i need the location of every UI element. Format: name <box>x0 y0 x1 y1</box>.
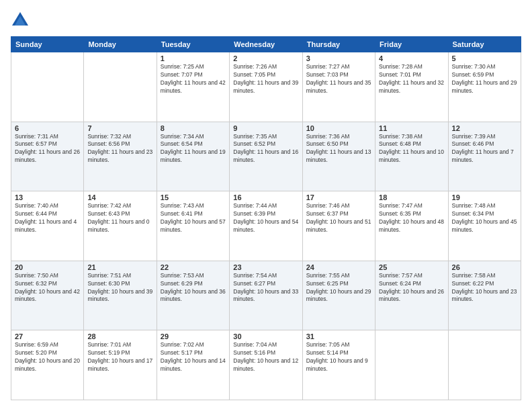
calendar-cell: 3Sunrise: 7:27 AM Sunset: 7:03 PM Daylig… <box>302 52 375 122</box>
calendar-cell <box>84 52 157 122</box>
cell-content: Sunrise: 7:40 AM Sunset: 6:44 PM Dayligh… <box>15 202 80 234</box>
calendar-cell <box>448 330 521 400</box>
day-number: 4 <box>379 54 444 62</box>
day-number: 26 <box>452 263 517 271</box>
day-number: 20 <box>15 263 80 271</box>
cell-content: Sunrise: 7:44 AM Sunset: 6:39 PM Dayligh… <box>233 202 298 234</box>
day-number: 31 <box>306 332 371 340</box>
day-number: 10 <box>306 124 371 132</box>
calendar-cell: 10Sunrise: 7:36 AM Sunset: 6:50 PM Dayli… <box>302 122 375 191</box>
cell-content: Sunrise: 7:31 AM Sunset: 6:57 PM Dayligh… <box>15 133 80 165</box>
cell-content: Sunrise: 7:42 AM Sunset: 6:43 PM Dayligh… <box>87 202 152 234</box>
calendar-cell: 29Sunrise: 7:02 AM Sunset: 5:17 PM Dayli… <box>157 330 229 400</box>
header <box>11 11 521 30</box>
calendar-cell: 7Sunrise: 7:32 AM Sunset: 6:56 PM Daylig… <box>84 122 157 191</box>
calendar-cell: 25Sunrise: 7:57 AM Sunset: 6:24 PM Dayli… <box>375 261 448 330</box>
day-number: 5 <box>452 54 517 62</box>
day-number: 29 <box>161 332 226 340</box>
cell-content: Sunrise: 7:47 AM Sunset: 6:35 PM Dayligh… <box>379 202 444 234</box>
calendar-cell <box>11 52 84 122</box>
calendar-cell: 15Sunrise: 7:43 AM Sunset: 6:41 PM Dayli… <box>157 191 229 261</box>
day-number: 9 <box>233 124 298 132</box>
day-number: 3 <box>306 54 371 62</box>
day-number: 30 <box>233 332 298 340</box>
calendar-cell: 4Sunrise: 7:28 AM Sunset: 7:01 PM Daylig… <box>375 52 448 122</box>
cell-content: Sunrise: 7:58 AM Sunset: 6:22 PM Dayligh… <box>452 272 517 304</box>
calendar-cell: 13Sunrise: 7:40 AM Sunset: 6:44 PM Dayli… <box>11 191 84 261</box>
calendar-cell: 30Sunrise: 7:04 AM Sunset: 5:16 PM Dayli… <box>230 330 302 400</box>
calendar-cell: 22Sunrise: 7:53 AM Sunset: 6:29 PM Dayli… <box>157 261 229 330</box>
day-number: 7 <box>87 124 152 132</box>
calendar-cell: 5Sunrise: 7:30 AM Sunset: 6:59 PM Daylig… <box>448 52 521 122</box>
cell-content: Sunrise: 7:36 AM Sunset: 6:50 PM Dayligh… <box>306 133 371 165</box>
calendar-week-row: 1Sunrise: 7:25 AM Sunset: 7:07 PM Daylig… <box>11 52 521 122</box>
day-number: 19 <box>452 193 517 201</box>
calendar-cell: 24Sunrise: 7:55 AM Sunset: 6:25 PM Dayli… <box>302 261 375 330</box>
calendar-cell: 28Sunrise: 7:01 AM Sunset: 5:19 PM Dayli… <box>84 330 157 400</box>
weekday-header: Wednesday <box>230 37 302 52</box>
calendar-cell: 20Sunrise: 7:50 AM Sunset: 6:32 PM Dayli… <box>11 261 84 330</box>
calendar-cell: 9Sunrise: 7:35 AM Sunset: 6:52 PM Daylig… <box>230 122 302 191</box>
day-number: 14 <box>87 193 152 201</box>
day-number: 22 <box>161 263 226 271</box>
calendar-cell: 23Sunrise: 7:54 AM Sunset: 6:27 PM Dayli… <box>230 261 302 330</box>
calendar-week-row: 27Sunrise: 6:59 AM Sunset: 5:20 PM Dayli… <box>11 330 521 400</box>
cell-content: Sunrise: 7:28 AM Sunset: 7:01 PM Dayligh… <box>379 63 444 95</box>
cell-content: Sunrise: 7:35 AM Sunset: 6:52 PM Dayligh… <box>233 133 298 165</box>
cell-content: Sunrise: 7:48 AM Sunset: 6:34 PM Dayligh… <box>452 202 517 234</box>
logo-icon <box>11 11 30 30</box>
day-number: 15 <box>161 193 226 201</box>
day-number: 2 <box>233 54 298 62</box>
cell-content: Sunrise: 7:32 AM Sunset: 6:56 PM Dayligh… <box>87 133 152 165</box>
calendar-cell: 31Sunrise: 7:05 AM Sunset: 5:14 PM Dayli… <box>302 330 375 400</box>
weekday-header: Monday <box>84 37 157 52</box>
cell-content: Sunrise: 6:59 AM Sunset: 5:20 PM Dayligh… <box>15 341 80 373</box>
weekday-header: Sunday <box>11 37 84 52</box>
calendar-cell: 26Sunrise: 7:58 AM Sunset: 6:22 PM Dayli… <box>448 261 521 330</box>
day-number: 17 <box>306 193 371 201</box>
cell-content: Sunrise: 7:38 AM Sunset: 6:48 PM Dayligh… <box>379 133 444 165</box>
calendar-cell: 21Sunrise: 7:51 AM Sunset: 6:30 PM Dayli… <box>84 261 157 330</box>
cell-content: Sunrise: 7:01 AM Sunset: 5:19 PM Dayligh… <box>87 341 152 373</box>
day-number: 11 <box>379 124 444 132</box>
cell-content: Sunrise: 7:05 AM Sunset: 5:14 PM Dayligh… <box>306 341 371 373</box>
day-number: 27 <box>15 332 80 340</box>
calendar-table: SundayMondayTuesdayWednesdayThursdayFrid… <box>11 36 521 400</box>
calendar-cell: 18Sunrise: 7:47 AM Sunset: 6:35 PM Dayli… <box>375 191 448 261</box>
day-number: 21 <box>87 263 152 271</box>
calendar-cell: 11Sunrise: 7:38 AM Sunset: 6:48 PM Dayli… <box>375 122 448 191</box>
day-number: 23 <box>233 263 298 271</box>
calendar-cell: 12Sunrise: 7:39 AM Sunset: 6:46 PM Dayli… <box>448 122 521 191</box>
calendar-cell <box>375 330 448 400</box>
cell-content: Sunrise: 7:34 AM Sunset: 6:54 PM Dayligh… <box>161 133 226 165</box>
weekday-header: Saturday <box>448 37 521 52</box>
cell-content: Sunrise: 7:27 AM Sunset: 7:03 PM Dayligh… <box>306 63 371 95</box>
cell-content: Sunrise: 7:54 AM Sunset: 6:27 PM Dayligh… <box>233 272 298 304</box>
calendar-week-row: 13Sunrise: 7:40 AM Sunset: 6:44 PM Dayli… <box>11 191 521 261</box>
calendar-cell: 17Sunrise: 7:46 AM Sunset: 6:37 PM Dayli… <box>302 191 375 261</box>
cell-content: Sunrise: 7:30 AM Sunset: 6:59 PM Dayligh… <box>452 63 517 95</box>
cell-content: Sunrise: 7:26 AM Sunset: 7:05 PM Dayligh… <box>233 63 298 95</box>
cell-content: Sunrise: 7:46 AM Sunset: 6:37 PM Dayligh… <box>306 202 371 234</box>
day-number: 24 <box>306 263 371 271</box>
calendar-cell: 8Sunrise: 7:34 AM Sunset: 6:54 PM Daylig… <box>157 122 229 191</box>
cell-content: Sunrise: 7:02 AM Sunset: 5:17 PM Dayligh… <box>161 341 226 373</box>
cell-content: Sunrise: 7:43 AM Sunset: 6:41 PM Dayligh… <box>161 202 226 234</box>
day-number: 12 <box>452 124 517 132</box>
weekday-header-row: SundayMondayTuesdayWednesdayThursdayFrid… <box>11 37 521 52</box>
cell-content: Sunrise: 7:50 AM Sunset: 6:32 PM Dayligh… <box>15 272 80 304</box>
day-number: 8 <box>161 124 226 132</box>
cell-content: Sunrise: 7:04 AM Sunset: 5:16 PM Dayligh… <box>233 341 298 373</box>
weekday-header: Tuesday <box>157 37 229 52</box>
calendar-cell: 6Sunrise: 7:31 AM Sunset: 6:57 PM Daylig… <box>11 122 84 191</box>
day-number: 6 <box>15 124 80 132</box>
calendar-week-row: 6Sunrise: 7:31 AM Sunset: 6:57 PM Daylig… <box>11 122 521 191</box>
cell-content: Sunrise: 7:57 AM Sunset: 6:24 PM Dayligh… <box>379 272 444 304</box>
calendar-cell: 16Sunrise: 7:44 AM Sunset: 6:39 PM Dayli… <box>230 191 302 261</box>
weekday-header: Friday <box>375 37 448 52</box>
day-number: 1 <box>161 54 226 62</box>
cell-content: Sunrise: 7:25 AM Sunset: 7:07 PM Dayligh… <box>161 63 226 95</box>
day-number: 25 <box>379 263 444 271</box>
day-number: 16 <box>233 193 298 201</box>
cell-content: Sunrise: 7:51 AM Sunset: 6:30 PM Dayligh… <box>87 272 152 304</box>
